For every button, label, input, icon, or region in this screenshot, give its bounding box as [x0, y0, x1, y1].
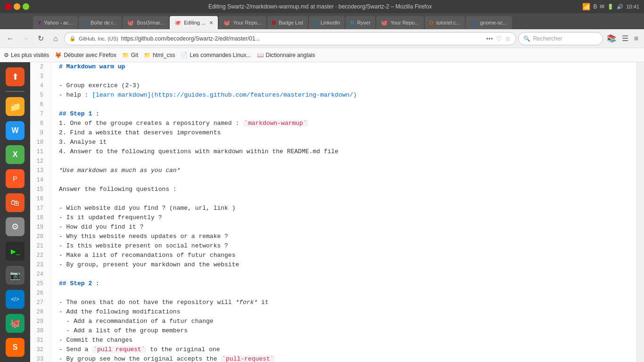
bookmark-heart-icon[interactable]: ♡: [496, 35, 502, 42]
line-10: 10 3. Analyse it: [30, 138, 636, 147]
line-26: 26: [30, 288, 636, 298]
dict-bookmark-icon: 📖: [257, 52, 264, 58]
line-19: 19 - How did you find it ?: [30, 222, 636, 232]
editor-area[interactable]: 2 # Markdown warm up 3 4 - Group exercic…: [30, 62, 636, 362]
tab-close-button[interactable]: ×: [209, 19, 213, 26]
dock-libreoffice-impress[interactable]: P: [4, 168, 26, 189]
title-bar: Editing Swartz-2/markdown-warmup.md at m…: [0, 0, 644, 13]
line-22: 22 - Make a list of recomandations of fu…: [30, 251, 636, 260]
tab-gnome[interactable]: 🐾 gnome-sc...: [466, 16, 512, 29]
dock-ubuntu[interactable]: ⬆: [4, 66, 26, 87]
bookmark-linux-label: Les commandes Linux...: [190, 52, 251, 58]
bookmark-linux[interactable]: 📄 Les commandes Linux...: [181, 52, 251, 58]
tab-linkedin[interactable]: in LinkedIn: [309, 16, 345, 29]
back-button[interactable]: ←: [4, 32, 17, 45]
dock-terminal[interactable]: ▶_: [4, 240, 26, 262]
line-12: 12: [30, 156, 636, 166]
line-2: 2 # Markdown warm up: [30, 62, 636, 72]
tab-boite[interactable]: ✉ Boîte de r...: [79, 16, 122, 29]
dock-gitkraken[interactable]: 🐙: [4, 313, 26, 334]
tab-tutoriel[interactable]: O tutoriel:c...: [425, 16, 465, 29]
tab-ryver[interactable]: R Ryver: [346, 16, 375, 29]
dock-software-center[interactable]: 🛍: [4, 192, 26, 214]
gear-bookmark-icon: ⚙: [4, 52, 9, 58]
line-13: 13 *Use markdown as much as you can*: [30, 166, 636, 175]
more-options-icon[interactable]: •••: [486, 35, 493, 42]
bookmark-firefox[interactable]: 🦊 Débuter avec Firefox: [55, 52, 116, 58]
reload-button[interactable]: ↻: [34, 32, 47, 45]
firefox-bookmark-icon: 🦊: [55, 52, 62, 58]
line-15: 15 Answer the following questions :: [30, 185, 636, 194]
linux-bookmark-icon: 📄: [181, 52, 188, 58]
address-bar-actions: ••• ♡ ☆: [486, 35, 511, 42]
line-3: 3: [30, 72, 636, 81]
bookmark-git[interactable]: 📁 Git: [122, 52, 138, 58]
bookmark-firefox-label: Débuter avec Firefox: [64, 52, 116, 58]
bookmark-dict-label: Dictionnaire anglais: [266, 52, 315, 58]
dock-vscode[interactable]: </>: [4, 288, 26, 310]
tab-yourrepo[interactable]: 🐙 Your Repo...: [219, 16, 266, 29]
line-9: 9 2. Find a website that deserves improv…: [30, 128, 636, 138]
bookmark-visites[interactable]: ⚙ Les plus visités: [4, 52, 49, 58]
line-30: 30 - Add a list of the group members: [30, 326, 636, 336]
dock-files[interactable]: 📁: [4, 96, 26, 117]
line-4: 4 - Group exercice (2-3): [30, 81, 636, 90]
tab-bosi3[interactable]: 🐙 Bosi3/mar...: [123, 16, 169, 29]
search-magnifier-icon: 🔍: [523, 35, 530, 42]
bookmark-star-icon[interactable]: ☆: [505, 35, 511, 42]
bluetooth-icon: B: [593, 3, 597, 10]
dock-libreoffice-calc[interactable]: X: [4, 144, 26, 165]
line-16: 16: [30, 194, 636, 204]
ubuntu-dock: ⬆ 📁 W X P 🛍 ⚙ ▶_ 📷 </> 🐙: [0, 62, 30, 362]
tab-editing[interactable]: 🐙 Editing ... ×: [170, 16, 218, 29]
site-info: GitHub, Inc. (US): [79, 36, 118, 41]
line-33: 33 - By group see how the original accep…: [30, 354, 636, 362]
window-title: Editing Swartz-2/markdown-warmup.md at m…: [33, 3, 607, 10]
forward-button[interactable]: →: [19, 32, 32, 45]
bookmark-html-css[interactable]: 📁 html_css: [144, 52, 175, 58]
window-minimize-button[interactable]: [14, 3, 20, 10]
security-icon: 🔒: [69, 35, 76, 41]
window-maximize-button[interactable]: [23, 3, 29, 10]
line-7: 7 ## Step 1 :: [30, 109, 636, 119]
bookmark-dict[interactable]: 📖 Dictionnaire anglais: [257, 52, 315, 58]
line-6: 6: [30, 100, 636, 109]
window-close-button[interactable]: [5, 3, 11, 10]
bookmark-html-css-label: html_css: [153, 52, 175, 58]
line-5: 5 - help : [learn markdown](https://guid…: [30, 90, 636, 100]
home-button[interactable]: ⌂: [49, 32, 62, 45]
dock-sublime[interactable]: S: [4, 337, 26, 358]
line-31: 31 - Commit the changes: [30, 336, 636, 345]
address-bar[interactable]: 🔒 GitHub, Inc. (US) https://github.com/b…: [64, 32, 516, 45]
line-32: 32 - Send a `pull request` to the origin…: [30, 345, 636, 354]
library-icon[interactable]: 📚: [605, 32, 618, 45]
battery-icon: 🔋: [607, 4, 614, 10]
dock-libreoffice-writer[interactable]: W: [4, 120, 26, 141]
right-scrollbar[interactable]: [636, 62, 644, 362]
bookmark-visites-label: Les plus visités: [11, 52, 49, 58]
url-text: https://github.com/becodeorg/Swartz-2/ed…: [121, 35, 483, 42]
line-23: 23 - By group, present your markdown and…: [30, 260, 636, 270]
tab-bar: Y Yahoo - ac... ✉ Boîte de r... 🐙 Bosi3/…: [0, 13, 644, 29]
dock-camera[interactable]: 📷: [4, 264, 26, 286]
nav-bar: ← → ↻ ⌂ 🔒 GitHub, Inc. (US) https://gith…: [0, 29, 644, 48]
tab-yahoo[interactable]: Y Yahoo - ac...: [33, 16, 78, 29]
line-8: 8 1. One of the groupe creates a reposit…: [30, 119, 636, 128]
tab-yourrepo2[interactable]: 🐙 Your Repo...: [376, 16, 424, 29]
main-layout: ⬆ 📁 W X P 🛍 ⚙ ▶_ 📷 </> 🐙: [0, 62, 644, 362]
dock-settings[interactable]: ⚙: [4, 216, 26, 238]
line-11: 11 4. Answer to the following questions …: [30, 147, 636, 156]
git-bookmark-icon: 📁: [122, 52, 129, 58]
sidebar-icon[interactable]: ☰: [620, 32, 630, 45]
line-17: 17 - Wich website did you find ? (name, …: [30, 204, 636, 213]
search-placeholder: Rechercher: [533, 35, 562, 42]
line-14: 14: [30, 175, 636, 185]
menu-icon[interactable]: ≡: [632, 33, 640, 45]
volume-icon: 🔊: [617, 4, 623, 10]
search-bar[interactable]: 🔍 Rechercher: [518, 32, 603, 45]
wifi-icon: 📶: [582, 3, 590, 10]
line-25: 25 ## Step 2 :: [30, 279, 636, 288]
line-24: 24: [30, 270, 636, 279]
tab-badge[interactable]: B Badge List: [267, 16, 308, 29]
content-area: 2 # Markdown warm up 3 4 - Group exercic…: [30, 62, 636, 362]
